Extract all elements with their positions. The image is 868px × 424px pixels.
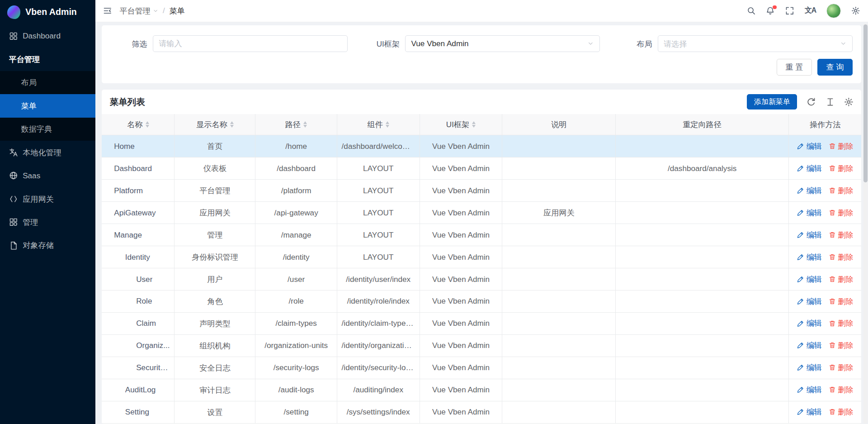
edit-button[interactable]: 编辑 (797, 296, 822, 307)
fullscreen-icon[interactable] (785, 6, 794, 15)
edit-button[interactable]: 编辑 (797, 207, 822, 218)
scrollbar-thumb[interactable] (863, 24, 868, 182)
add-menu-button[interactable]: 添加新菜单 (747, 94, 797, 110)
delete-button[interactable]: 删除 (829, 362, 854, 373)
cell-name: AuditLog (102, 379, 175, 401)
delete-button[interactable]: 删除 (829, 207, 854, 218)
edit-button[interactable]: 编辑 (797, 406, 822, 417)
delete-button[interactable]: 删除 (829, 141, 854, 152)
edit-button[interactable]: 编辑 (797, 384, 822, 395)
sidebar-item-storage[interactable]: 对象存储 (0, 234, 95, 257)
sidebar-item-saas[interactable]: Saas (0, 164, 95, 187)
sort-icon[interactable] (146, 121, 149, 128)
table-row: ApiGateway应用网关/api-gatewayLAYOUTVue Vben… (102, 202, 861, 224)
column-header-name[interactable]: 名称 (102, 114, 175, 135)
row-name: Organiz... (136, 341, 170, 350)
column-header-component[interactable]: 组件 (337, 114, 420, 135)
avatar[interactable] (826, 4, 841, 18)
settings-gear-icon[interactable] (851, 6, 860, 15)
column-label: 组件 (368, 119, 383, 130)
sort-icon[interactable] (472, 121, 476, 128)
cell-name: Security... (102, 357, 175, 379)
edit-button[interactable]: 编辑 (797, 340, 822, 351)
cell-actions: 编辑删除 (789, 312, 862, 334)
gateway-icon (9, 195, 18, 204)
delete-button[interactable]: 删除 (829, 252, 854, 262)
sidebar-item-platform[interactable]: 平台管理 (0, 48, 95, 71)
cell-path: /manage (255, 224, 337, 246)
notification-bell-icon[interactable] (766, 6, 775, 15)
trash-icon (829, 298, 836, 305)
cell-path: /api-gateway (255, 202, 337, 224)
column-header-path[interactable]: 路径 (255, 114, 337, 135)
cell-actions: 编辑删除 (789, 357, 862, 379)
edit-button[interactable]: 编辑 (797, 274, 822, 285)
edit-button[interactable]: 编辑 (797, 185, 822, 196)
delete-button[interactable]: 删除 (829, 296, 854, 307)
edit-button[interactable]: 编辑 (797, 318, 822, 329)
sort-icon[interactable] (230, 121, 234, 128)
delete-button[interactable]: 删除 (829, 318, 854, 329)
delete-button[interactable]: 删除 (829, 406, 854, 417)
table-row: User用户/user/identity/user/indexVue Vben … (102, 268, 861, 291)
cell-name: Claim (102, 312, 175, 334)
cell-redirect (616, 135, 789, 157)
chevron-down-icon (153, 8, 158, 14)
sidebar-item-menu[interactable]: 菜单 (0, 94, 95, 117)
logo-icon (7, 5, 20, 19)
ui-framework-select[interactable]: Vue Vben Admin (405, 35, 600, 52)
refresh-icon[interactable] (807, 97, 816, 107)
filter-keyword-input[interactable] (153, 35, 348, 52)
sort-icon[interactable] (386, 121, 389, 128)
cell-framework: Vue Vben Admin (420, 379, 502, 401)
cell-framework: Vue Vben Admin (420, 291, 502, 313)
edit-icon (797, 165, 804, 172)
edit-button[interactable]: 编辑 (797, 252, 822, 262)
table-title: 菜单列表 (109, 96, 145, 108)
sort-icon[interactable] (303, 121, 307, 128)
search-button[interactable]: 查 询 (817, 59, 853, 76)
header: 平台管理 / 菜单 文A (95, 0, 868, 22)
delete-button[interactable]: 删除 (829, 340, 854, 351)
cell-redirect (616, 334, 789, 357)
cell-component: LAYOUT (337, 224, 420, 246)
edit-icon (797, 298, 804, 305)
delete-button[interactable]: 删除 (829, 384, 854, 395)
sidebar-item-gateway[interactable]: 应用网关 (0, 187, 95, 210)
cell-actions: 编辑删除 (789, 401, 862, 423)
delete-button[interactable]: 删除 (829, 163, 854, 174)
cell-display: 审计日志 (175, 379, 255, 401)
sidebar-item-manage[interactable]: 管理 (0, 210, 95, 233)
column-header-display[interactable]: 显示名称 (175, 114, 255, 135)
reset-button[interactable]: 重 置 (777, 59, 812, 76)
import-export-icon[interactable] (826, 97, 835, 107)
cell-actions: 编辑删除 (789, 224, 862, 246)
sidebar-item-dashboard[interactable]: Dashboard (0, 24, 95, 48)
edit-button[interactable]: 编辑 (797, 229, 822, 240)
cell-actions: 编辑删除 (789, 268, 862, 291)
vertical-scrollbar[interactable] (863, 23, 868, 423)
table-settings-gear-icon[interactable] (844, 97, 854, 107)
menu-fold-icon[interactable] (103, 6, 112, 15)
search-icon[interactable] (747, 6, 756, 15)
edit-button[interactable]: 编辑 (797, 141, 822, 152)
column-header-framework[interactable]: UI框架 (420, 114, 502, 135)
logo[interactable]: Vben Admin (0, 0, 95, 24)
cell-actions: 编辑删除 (789, 135, 862, 157)
translate-icon[interactable]: 文A (805, 6, 816, 15)
delete-button[interactable]: 删除 (829, 229, 854, 240)
delete-button[interactable]: 删除 (829, 274, 854, 285)
sidebar-item-localization[interactable]: 本地化管理 (0, 141, 95, 164)
cell-redirect (616, 224, 789, 246)
edit-button[interactable]: 编辑 (797, 362, 822, 373)
layout-select[interactable]: 请选择 (658, 35, 853, 52)
menu-table: 名称显示名称路径组件UI框架说明重定向路径操作方法 Home首页/home/da… (102, 114, 861, 424)
edit-button[interactable]: 编辑 (797, 163, 822, 174)
delete-button[interactable]: 删除 (829, 185, 854, 196)
trash-icon (829, 408, 836, 415)
filter-field-layout: 布局 请选择 (616, 35, 853, 52)
sidebar-item-dictionary[interactable]: 数据字典 (0, 118, 95, 141)
sidebar-item-layout[interactable]: 布局 (0, 71, 95, 94)
cell-name: ApiGateway (102, 202, 175, 224)
breadcrumb-item-platform[interactable]: 平台管理 (119, 5, 158, 16)
